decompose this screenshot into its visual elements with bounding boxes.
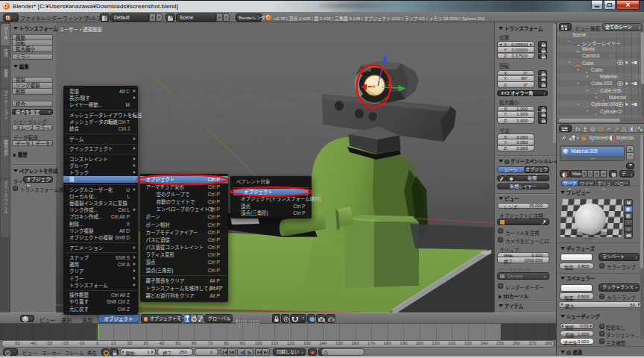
svg-text:ユーザー・透視投影: ユーザー・透視投影 <box>59 26 103 33</box>
